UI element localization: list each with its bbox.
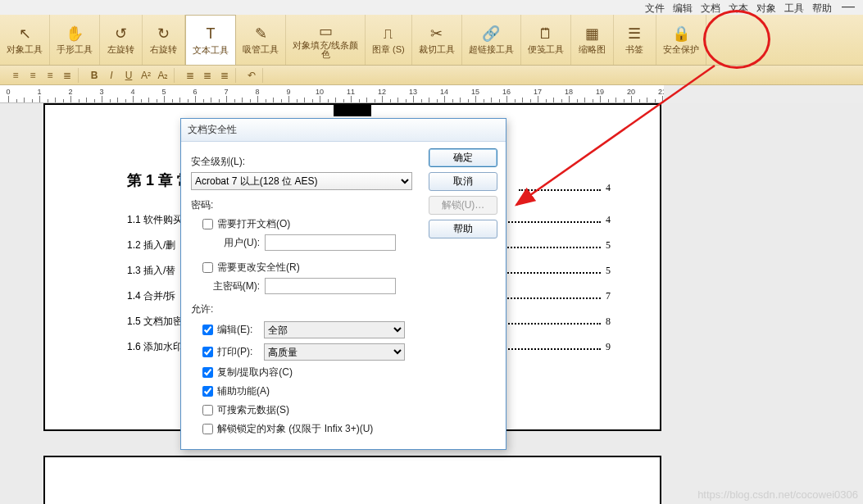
security-level-select[interactable]: Acrobat 7 以上(128 位 AES): [191, 172, 412, 190]
watermark: https://blog.csdn.net/cocowei0306: [697, 488, 858, 501]
security-dialog: 文档安全性 安全级别(L): Acrobat 7 以上(128 位 AES) 密…: [180, 118, 506, 450]
menu-tools[interactable]: 工具: [784, 2, 804, 15]
superscript-button[interactable]: A²: [139, 68, 153, 83]
menu-document[interactable]: 文档: [701, 2, 720, 15]
need-open-label: 需要打开文档(O): [217, 217, 290, 231]
menu-file[interactable]: 文件: [645, 2, 665, 15]
toc-page: 4: [606, 214, 611, 226]
minimize-button[interactable]: —: [840, 2, 856, 15]
align-left-button[interactable]: ≡: [8, 68, 23, 83]
italic-button[interactable]: I: [104, 68, 119, 83]
user-password-input[interactable]: [265, 234, 396, 251]
indent-button[interactable]: ≣: [200, 68, 215, 83]
text-icon: T: [207, 25, 216, 44]
toc-text: 1.5 文档加密: [127, 315, 183, 329]
print-select[interactable]: 高质量: [264, 343, 405, 361]
searchable-checkbox[interactable]: [202, 405, 213, 415]
text-tool[interactable]: T文本工具: [185, 15, 236, 65]
user-label: 用户(U):: [202, 236, 260, 250]
eyedropper-tool[interactable]: ✎吸管工具: [236, 15, 286, 65]
thumbnails-tool[interactable]: ▦缩略图: [571, 15, 614, 65]
ruler: 0123456789101112131415161718192021: [0, 85, 664, 103]
dialog-title: 文档安全性: [188, 123, 237, 137]
help-button[interactable]: 帮助: [429, 220, 497, 238]
rotate-right-tool[interactable]: ↻右旋转: [143, 15, 185, 65]
unlock-objects-label: 解锁锁定的对象 (仅限于 Infix 3+)(U): [217, 422, 373, 436]
hyperlink-tool[interactable]: 🔗超链接工具: [462, 15, 521, 65]
underline-button[interactable]: U: [121, 68, 136, 83]
access-checkbox[interactable]: [202, 386, 213, 397]
access-label: 辅助功能(A): [217, 384, 270, 398]
outdent-button[interactable]: ≣: [217, 68, 232, 83]
need-change-label: 需要更改安全性(R): [217, 261, 300, 275]
bookmarks-tool[interactable]: ☰书签: [614, 15, 656, 65]
crop-tool[interactable]: ✂裁切工具: [412, 15, 462, 65]
dialog-titlebar[interactable]: 文档安全性: [181, 119, 506, 142]
toc-text: 1.4 合并/拆: [127, 289, 175, 303]
toc-text: 1.1 软件购买: [127, 213, 183, 227]
hand-tool[interactable]: ✋手形工具: [50, 15, 100, 65]
master-label: 主密码(M):: [202, 279, 260, 293]
toc-text: 1.3 插入/替: [127, 264, 175, 278]
searchable-label: 可搜索元数据(S): [217, 403, 289, 417]
menu-text[interactable]: 文本: [729, 2, 748, 15]
align-center-button[interactable]: ≡: [25, 68, 40, 83]
rotate-right-icon: ↻: [157, 24, 170, 43]
align-right-button[interactable]: ≡: [43, 68, 57, 83]
bookmark-icon: ☰: [628, 24, 641, 43]
rotate-left-icon: ↺: [115, 24, 127, 43]
undo-button[interactable]: ↶: [244, 68, 259, 83]
stamp-tool[interactable]: ⎍图章 (S): [366, 15, 412, 65]
eyedropper-icon: ✎: [255, 24, 267, 43]
toc-page: 5: [606, 265, 611, 277]
toc-top-page: 4: [606, 182, 611, 194]
unlock-objects-checkbox[interactable]: [202, 424, 213, 434]
need-change-checkbox[interactable]: [202, 262, 213, 273]
menu-edit[interactable]: 编辑: [673, 2, 693, 15]
ok-button[interactable]: 确定: [429, 148, 497, 167]
toc-text: 1.2 插入/删: [127, 238, 175, 252]
edit-checkbox[interactable]: [202, 325, 213, 335]
edit-label: 编辑(E):: [217, 323, 252, 337]
hand-icon: ✋: [66, 24, 84, 43]
toc-text: 1.6 添加水印: [127, 340, 183, 354]
unlock-button[interactable]: 解锁(U)…: [429, 196, 497, 215]
crop-icon: ✂: [430, 24, 443, 43]
align-justify-button[interactable]: ≣: [60, 68, 75, 83]
cancel-button[interactable]: 取消: [429, 172, 497, 191]
need-open-checkbox[interactable]: [202, 219, 213, 229]
page-2: [43, 456, 661, 504]
menu-help[interactable]: 帮助: [812, 2, 832, 15]
master-password-input[interactable]: [265, 278, 396, 294]
toc-page: 8: [606, 316, 611, 328]
link-icon: 🔗: [482, 24, 500, 43]
fill-stroke-tool[interactable]: ▭对象填充/线条颜色: [286, 15, 366, 65]
note-icon: 🗒: [538, 24, 553, 43]
edit-select[interactable]: 全部: [264, 321, 405, 338]
toc-page: 9: [606, 341, 611, 353]
object-tool[interactable]: ↖对象工具: [0, 15, 50, 65]
copy-checkbox[interactable]: [202, 367, 213, 378]
menu-object[interactable]: 对象: [756, 2, 776, 15]
note-tool[interactable]: 🗒便笺工具: [521, 15, 571, 65]
copy-label: 复制/提取内容(C): [217, 366, 293, 379]
list-button[interactable]: ≣: [183, 68, 198, 83]
allow-head: 允许:: [191, 302, 496, 316]
bold-button[interactable]: B: [87, 68, 102, 83]
thumbnails-icon: ▦: [585, 24, 599, 43]
print-checkbox[interactable]: [202, 347, 213, 357]
lock-icon: 🔒: [672, 24, 690, 43]
print-label: 打印(P):: [217, 345, 252, 359]
subscript-button[interactable]: A₂: [156, 68, 170, 83]
ribbon-toolbar: ↖对象工具 ✋手形工具 ↺左旋转 ↻右旋转 T文本工具 ✎吸管工具 ▭对象填充/…: [0, 15, 863, 66]
menu-bar: 文件 编辑 文档 文本 对象 工具 帮助 —: [638, 0, 863, 16]
rotate-left-tool[interactable]: ↺左旋转: [100, 15, 143, 65]
stamp-icon: ⎍: [384, 24, 393, 43]
cursor-icon: ↖: [19, 24, 31, 43]
format-bar: ≡ ≡ ≡ ≣ B I U A² A₂ ≣ ≣ ≣ ↶: [0, 66, 863, 85]
fill-icon: ▭: [319, 21, 333, 41]
security-tool[interactable]: 🔒安全保护: [656, 15, 706, 65]
page-decor: [334, 103, 371, 116]
toc-page: 5: [606, 239, 611, 252]
toc-page: 7: [606, 290, 611, 302]
